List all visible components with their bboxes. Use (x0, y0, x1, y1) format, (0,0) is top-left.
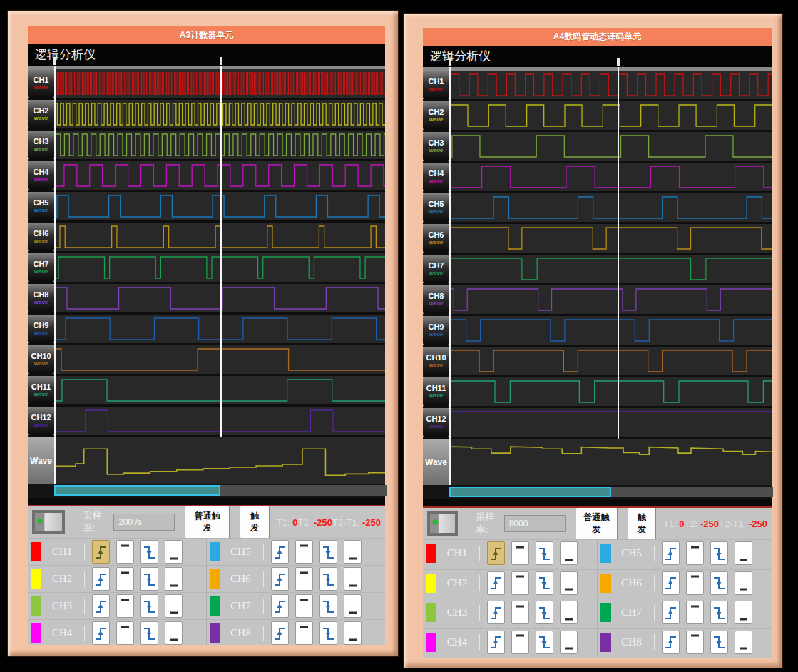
high-level-button[interactable] (116, 594, 134, 618)
cursor-t1-handle[interactable] (449, 58, 451, 66)
falling-edge-button[interactable] (536, 601, 553, 624)
cursor-t2-handle[interactable] (617, 58, 620, 66)
high-level-button[interactable] (295, 567, 313, 591)
low-level-button[interactable] (165, 540, 183, 564)
rising-edge-button[interactable] (662, 631, 680, 654)
low-level-button[interactable] (560, 541, 578, 565)
high-level-button[interactable] (686, 571, 704, 595)
low-level-button[interactable] (344, 594, 362, 618)
cursor-t1-line[interactable] (449, 67, 451, 485)
cursor-t1-handle[interactable] (53, 57, 56, 65)
channel-label[interactable]: CH2wave (423, 101, 449, 130)
falling-edge-button[interactable] (536, 571, 553, 595)
scrollbar-thumb[interactable] (54, 485, 220, 496)
channel-label[interactable]: CH7wave (28, 253, 54, 282)
rising-edge-button[interactable] (487, 571, 505, 595)
low-level-button[interactable] (560, 631, 578, 654)
high-level-button[interactable] (116, 540, 134, 564)
rising-edge-button[interactable] (487, 541, 505, 565)
sample-rate-input[interactable] (504, 515, 566, 532)
rising-edge-button[interactable] (92, 594, 110, 618)
channel-label[interactable]: CH10wave (28, 345, 54, 374)
channel-label[interactable]: CH9wave (28, 315, 54, 343)
rising-edge-button[interactable] (271, 621, 289, 645)
wave-label[interactable]: Wave (28, 437, 54, 484)
rising-edge-button[interactable] (92, 567, 110, 591)
low-level-button[interactable] (735, 541, 752, 565)
falling-edge-button[interactable] (319, 621, 337, 645)
falling-edge-button[interactable] (710, 541, 728, 565)
rising-edge-button[interactable] (271, 567, 289, 591)
falling-edge-button[interactable] (140, 621, 158, 645)
channel-label[interactable]: CH6wave (28, 223, 54, 251)
window-titlebar[interactable]: A3计数器单元 (28, 26, 385, 44)
falling-edge-button[interactable] (140, 567, 158, 591)
high-level-button[interactable] (511, 571, 529, 595)
rising-edge-button[interactable] (92, 540, 110, 564)
channel-label[interactable]: CH6wave (423, 224, 449, 253)
falling-edge-button[interactable] (140, 540, 158, 564)
channel-label[interactable]: CH1wave (28, 69, 54, 98)
channel-label[interactable]: CH3wave (28, 131, 54, 159)
cursor-t2-line[interactable] (618, 67, 619, 439)
high-level-button[interactable] (116, 567, 134, 591)
high-level-button[interactable] (686, 601, 704, 624)
channel-label[interactable]: CH5wave (423, 193, 449, 222)
high-level-button[interactable] (295, 621, 313, 645)
low-level-button[interactable] (165, 621, 183, 645)
channel-label[interactable]: CH8wave (28, 284, 54, 312)
falling-edge-button[interactable] (710, 571, 728, 595)
channel-label[interactable]: CH8wave (423, 285, 449, 314)
low-level-button[interactable] (344, 567, 362, 591)
rising-edge-button[interactable] (662, 601, 680, 624)
low-level-button[interactable] (344, 540, 362, 564)
scrollbar[interactable] (28, 484, 385, 498)
scrollbar-track[interactable] (449, 487, 773, 497)
wave-label[interactable]: Wave (423, 439, 449, 485)
rising-edge-button[interactable] (271, 594, 289, 618)
high-level-button[interactable] (686, 631, 704, 654)
low-level-button[interactable] (560, 571, 578, 595)
falling-edge-button[interactable] (319, 567, 337, 591)
rising-edge-button[interactable] (662, 571, 680, 595)
scrollbar-track[interactable] (54, 485, 387, 496)
power-switch[interactable] (32, 510, 65, 534)
falling-edge-button[interactable] (710, 601, 728, 624)
rising-edge-button[interactable] (487, 631, 505, 654)
high-level-button[interactable] (686, 541, 704, 565)
scrollbar[interactable] (423, 485, 772, 499)
cursor-t2-handle[interactable] (220, 57, 222, 65)
channel-label[interactable]: CH7wave (423, 255, 449, 283)
channel-label[interactable]: CH12wave (28, 407, 54, 435)
channel-label[interactable]: CH5wave (28, 192, 54, 220)
high-level-button[interactable] (511, 541, 529, 565)
trigger-button[interactable]: 触发 (240, 506, 270, 539)
low-level-button[interactable] (344, 621, 362, 645)
high-level-button[interactable] (295, 594, 313, 618)
high-level-button[interactable] (295, 540, 313, 564)
channel-label[interactable]: CH12wave (423, 408, 449, 437)
channel-label[interactable]: CH2wave (28, 100, 54, 128)
channel-label[interactable]: CH11wave (423, 377, 449, 406)
cursor-t2-line[interactable] (220, 66, 222, 437)
rising-edge-button[interactable] (487, 601, 505, 624)
power-switch[interactable] (427, 511, 458, 536)
falling-edge-button[interactable] (710, 631, 728, 654)
low-level-button[interactable] (165, 567, 183, 591)
falling-edge-button[interactable] (319, 594, 337, 618)
low-level-button[interactable] (735, 631, 752, 654)
low-level-button[interactable] (735, 571, 752, 595)
normal-trigger-button[interactable]: 普通触发 (185, 506, 230, 539)
scrollbar-thumb[interactable] (449, 487, 611, 497)
falling-edge-button[interactable] (536, 541, 553, 565)
falling-edge-button[interactable] (536, 631, 553, 654)
channel-label[interactable]: CH1wave (423, 71, 449, 99)
high-level-button[interactable] (511, 631, 529, 654)
falling-edge-button[interactable] (319, 540, 337, 564)
low-level-button[interactable] (560, 601, 578, 624)
rising-edge-button[interactable] (662, 541, 680, 565)
channel-label[interactable]: CH4wave (28, 161, 54, 190)
channel-label[interactable]: CH4wave (423, 163, 449, 191)
rising-edge-button[interactable] (271, 540, 289, 564)
channel-label[interactable]: CH9wave (423, 316, 449, 345)
